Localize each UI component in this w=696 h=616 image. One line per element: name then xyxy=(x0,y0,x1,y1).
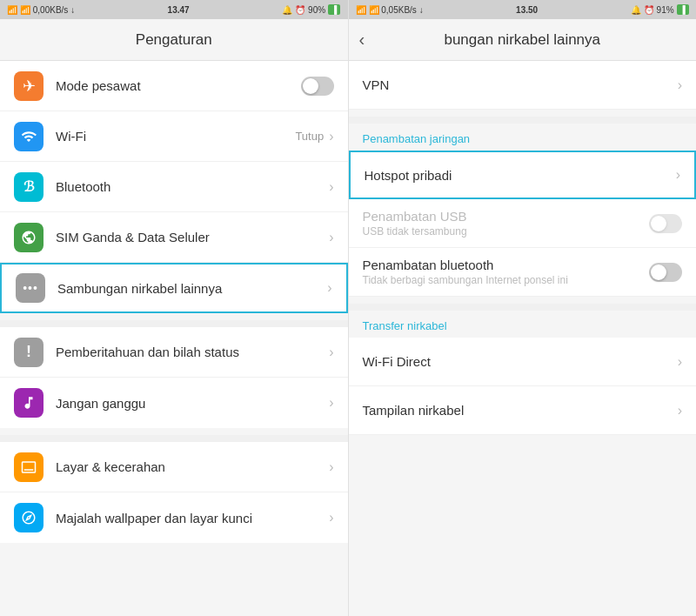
vpn-chevron: › xyxy=(678,77,682,93)
right-battery-icon: ▐ xyxy=(677,4,689,15)
left-alarm-icon: ⏰ xyxy=(295,5,305,15)
right-alarm-icon: ⏰ xyxy=(644,5,654,15)
mode-pesawat-toggle[interactable] xyxy=(301,77,334,96)
right-speed-text: 📶 0,05KB/s ↓ xyxy=(369,5,424,15)
vpn-label: VPN xyxy=(363,77,678,92)
transfer-section-label: Transfer nirkabel xyxy=(349,311,697,338)
bt-tethering-toggle[interactable] xyxy=(649,263,682,282)
sim-label: SIM Ganda & Data Seluler xyxy=(56,230,329,244)
wifi-chevron: › xyxy=(329,129,333,144)
right-signal-icon: 📶 xyxy=(356,5,366,15)
left-title: Pengaturan xyxy=(136,31,212,49)
right-status-left: 📶 📶 0,05KB/s ↓ xyxy=(356,5,424,15)
usb-sublabel: USB tidak tersambung xyxy=(363,225,650,238)
settings-item-jangan-ganggu[interactable]: Jangan ganggu › xyxy=(0,378,348,428)
bluetooth-icon: ℬ xyxy=(14,172,44,202)
settings-item-pemberitahuan[interactable]: ! Pemberitahuan dan bilah status › xyxy=(0,327,348,378)
left-time: 13.47 xyxy=(168,5,190,15)
left-battery-text: 90% xyxy=(308,5,325,15)
right-panel: 📶 📶 0,05KB/s ↓ 13.50 🔔 ⏰ 91% ▐ ‹ bungan … xyxy=(349,0,697,616)
settings-item-mode-pesawat[interactable]: ✈ Mode pesawat xyxy=(0,61,348,111)
back-button[interactable]: ‹ xyxy=(359,30,365,50)
settings-item-sim[interactable]: SIM Ganda & Data Seluler › xyxy=(0,212,348,263)
section-penambatan-label-wrapper: Penambatan jaringan xyxy=(349,124,697,151)
right-section-penambatan: Hotspot pribadi › Penambatan USB USB tid… xyxy=(349,151,697,297)
sim-icon xyxy=(14,223,44,252)
wallpaper-icon xyxy=(14,503,44,532)
left-panel: 📶 📶 0,00KB/s ↓ 13.47 🔔 ⏰ 90% ▐ Pengatura… xyxy=(0,0,348,616)
settings-item-layar[interactable]: Layar & kecerahan › xyxy=(0,442,348,492)
right-item-tampilan[interactable]: Tampilan nirkabel › xyxy=(349,386,697,435)
right-status-bar: 📶 📶 0,05KB/s ↓ 13.50 🔔 ⏰ 91% ▐ xyxy=(349,0,697,19)
left-gap-1 xyxy=(0,320,348,327)
right-notification-icon: 🔔 xyxy=(631,5,641,15)
wifi-direct-label: Wi-Fi Direct xyxy=(363,354,678,369)
left-section-2: ! Pemberitahuan dan bilah status › Janga… xyxy=(0,327,348,428)
left-notification-icon: 🔔 xyxy=(282,5,292,15)
right-battery-text: 91% xyxy=(657,5,674,15)
usb-label: Penambatan USB xyxy=(363,209,650,224)
left-status-bar: 📶 📶 0,00KB/s ↓ 13.47 🔔 ⏰ 90% ▐ xyxy=(0,0,348,19)
right-title: bungan nirkabel lainnya xyxy=(444,31,600,49)
penambatan-section-label: Penambatan jaringan xyxy=(349,124,697,151)
pemberitahuan-label: Pemberitahuan dan bilah status xyxy=(56,345,329,359)
layar-label: Layar & kecerahan xyxy=(56,459,329,474)
mode-pesawat-icon: ✈ xyxy=(14,71,44,101)
wifi-label: Wi-Fi xyxy=(56,129,295,144)
settings-item-bluetooth[interactable]: ℬ Bluetooth › xyxy=(0,162,348,212)
left-section-1: ✈ Mode pesawat Wi-Fi T xyxy=(0,61,348,313)
jangan-ganggu-label: Jangan ganggu xyxy=(56,396,329,411)
left-content: ✈ Mode pesawat Wi-Fi T xyxy=(0,61,348,616)
right-time: 13.50 xyxy=(516,5,538,15)
right-header: ‹ bungan nirkabel lainnya xyxy=(349,19,697,61)
wallpaper-chevron: › xyxy=(329,510,333,526)
wifi-icon xyxy=(14,122,44,151)
left-gap-2 xyxy=(0,435,348,442)
jangan-ganggu-icon xyxy=(14,388,44,418)
pemberitahuan-chevron: › xyxy=(329,345,333,360)
right-section-transfer: Wi-Fi Direct › Tampilan nirkabel › xyxy=(349,338,697,435)
right-item-bt-tethering[interactable]: Penambatan bluetooth Tidak berbagi sambu… xyxy=(349,248,697,297)
sambungan-chevron: › xyxy=(327,280,331,296)
layar-chevron: › xyxy=(329,459,333,475)
tampilan-chevron: › xyxy=(678,403,682,418)
tampilan-label: Tampilan nirkabel xyxy=(363,403,678,418)
sambungan-icon: ••• xyxy=(16,273,45,303)
right-item-hotspot[interactable]: Hotspot pribadi › xyxy=(349,151,697,199)
right-gap-1 xyxy=(349,117,697,124)
layar-icon xyxy=(14,452,44,482)
jangan-ganggu-chevron: › xyxy=(329,395,333,411)
pemberitahuan-icon: ! xyxy=(14,338,44,367)
left-speed-text: 📶 0,00KB/s ↓ xyxy=(20,5,75,15)
left-status-right: 🔔 ⏰ 90% ▐ xyxy=(282,4,340,15)
mode-pesawat-label: Mode pesawat xyxy=(56,78,301,93)
right-content: VPN › Penambatan jaringan Hotspot pribad… xyxy=(349,61,697,616)
hotspot-chevron: › xyxy=(676,167,680,183)
sim-chevron: › xyxy=(329,230,333,245)
section-transfer-label-wrapper: Transfer nirkabel xyxy=(349,311,697,338)
right-section-vpn: VPN › xyxy=(349,61,697,110)
bluetooth-chevron: › xyxy=(329,179,333,195)
left-battery-icon: ▐ xyxy=(328,4,340,15)
sambungan-label: Sambungan nirkabel lainnya xyxy=(57,281,327,296)
bluetooth-label: Bluetooth xyxy=(56,179,329,194)
hotspot-label: Hotspot pribadi xyxy=(365,168,676,183)
settings-item-sambungan[interactable]: ••• Sambungan nirkabel lainnya › xyxy=(0,263,348,313)
bt-tethering-label: Penambatan bluetooth xyxy=(363,258,650,272)
settings-item-wifi[interactable]: Wi-Fi Tutup › xyxy=(0,111,348,162)
wifi-status-text: Tutup xyxy=(295,130,324,143)
left-section-3: Layar & kecerahan › Majalah wallpaper da… xyxy=(0,442,348,543)
wifi-direct-chevron: › xyxy=(678,354,682,370)
settings-item-wallpaper[interactable]: Majalah wallpaper dan layar kunci › xyxy=(0,492,348,543)
right-item-vpn[interactable]: VPN › xyxy=(349,61,697,110)
right-item-wifi-direct[interactable]: Wi-Fi Direct › xyxy=(349,338,697,386)
left-signal-icon: 📶 xyxy=(7,5,17,15)
right-status-right: 🔔 ⏰ 91% ▐ xyxy=(631,4,689,15)
usb-toggle[interactable] xyxy=(649,214,682,233)
right-item-usb[interactable]: Penambatan USB USB tidak tersambung xyxy=(349,199,697,248)
right-gap-2 xyxy=(349,304,697,311)
bt-tethering-sublabel: Tidak berbagi sambungan Internet ponsel … xyxy=(363,274,650,286)
left-status-left: 📶 📶 0,00KB/s ↓ xyxy=(7,5,75,15)
left-header: Pengaturan xyxy=(0,19,348,61)
wallpaper-label: Majalah wallpaper dan layar kunci xyxy=(56,511,329,526)
